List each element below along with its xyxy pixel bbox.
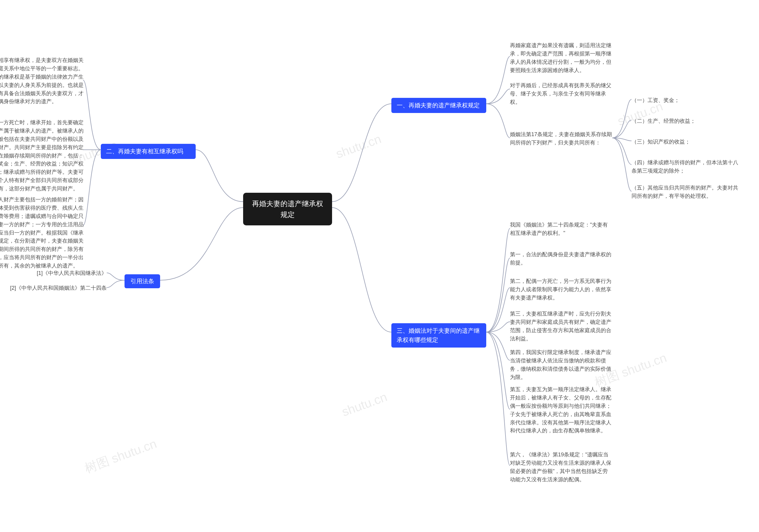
leaf-r1-1: 再婚家庭遗产如果没有遗嘱，则适用法定继承，即先确定遗产范围，再根据第一顺序继承人… (510, 42, 612, 75)
branch-l2[interactable]: 引用法条 (125, 274, 160, 288)
branch-l2-title: 引用法条 (131, 278, 154, 284)
root-title: 再婚夫妻的遗产继承权规定 (252, 200, 323, 219)
branch-r2[interactable]: 三、婚姻法对于夫妻间的遗产继承权有哪些规定 (391, 323, 486, 348)
leaf-l2-1: [1]《中华人民共和国继承法》 (4, 269, 107, 277)
leaf-r1-sub4: （四）继承或赠与所得的财产，但本法第十八条第三项规定的除外； (631, 159, 738, 175)
root-node[interactable]: 再婚夫妻的遗产继承权规定 (243, 193, 332, 225)
leaf-r1-2: 对于再婚后，已经形成具有抚养关系的继父母、继子女关系，与亲生子女有同等继承权。 (510, 82, 612, 106)
leaf-r2-7: 第六，《继承法》第19条规定："遗嘱应当对缺乏劳动能力又没有生活来源的继承人保留… (510, 451, 612, 484)
branch-l1-title: 二、再婚夫妻有相互继承权吗 (106, 148, 183, 154)
watermark: shutu.cn (340, 389, 389, 419)
branch-r1-title: 一、再婚夫妻的遗产继承权规定 (397, 102, 480, 108)
leaf-r1-3: 婚姻法第17条规定，夫妻在婚姻关系存续期间所得的下列财产，归夫妻共同所有： (510, 131, 612, 147)
leaf-l1-1: 夫妻互相享有继承权，是夫妻双方在婚姻关系、家庭关系中地位平等的一个重要标志。夫妻… (0, 56, 85, 106)
leaf-r2-6: 第五，夫妻互为第一顺序法定继承人。继承开始后，被继承人有子女、父母的，生存配偶一… (510, 386, 612, 435)
leaf-l1-3: 夫妻个人财产主要包括一方的婚前财产；因一方身体受到伤害获得的医疗费、残疾人生活补… (0, 196, 85, 270)
connectors-layer (0, 0, 759, 532)
watermark: 树图 shutu.cn (82, 435, 159, 477)
leaf-r1-sub1: （一）工资、奖金； (631, 96, 738, 105)
leaf-l2-2: [2]《中华人民共和国婚姻法》第二十四条 (4, 284, 107, 292)
branch-r1[interactable]: 一、再婚夫妻的遗产继承权规定 (391, 98, 486, 113)
leaf-r2-2: 第一，合法的配偶身份是夫妻遗产继承权的前提。 (510, 251, 612, 267)
leaf-l1-2: 夫或妻一方死亡时，继承开始，首先要确定哪些财产属于被继承人的遗产。被继承人的财产… (0, 119, 85, 193)
leaf-r1-sub3: （三）知识产权的收益； (631, 138, 738, 146)
leaf-r1-sub2: （二）生产、经营的收益； (631, 117, 738, 125)
leaf-r2-3: 第二，配偶一方死亡，另一方系无民事行为能力人或者限制民事行为能力人的，依然享有夫… (510, 277, 612, 302)
leaf-r1-sub5: （五）其他应当归共同所有的财产。夫妻对共同所有的财产，有平等的处理权。 (631, 184, 738, 200)
leaf-r2-5: 第四，我国实行限定继承制度，继承遗产应当清偿被继承人依法应当缴纳的税款和债务，缴… (510, 348, 612, 382)
branch-l1[interactable]: 二、再婚夫妻有相互继承权吗 (101, 144, 196, 159)
watermark: shutu.cn (334, 132, 383, 161)
branch-r2-title: 三、婚姻法对于夫妻间的遗产继承权有哪些规定 (397, 327, 480, 343)
leaf-r2-4: 第三，夫妻相互继承遗产时，应先行分割夫妻共同财产和家庭成员共有财产，确定遗产范围… (510, 310, 612, 343)
leaf-r2-1: 我国《婚姻法》第二十四条规定："夫妻有相互继承遗产的权利。" (510, 221, 612, 237)
